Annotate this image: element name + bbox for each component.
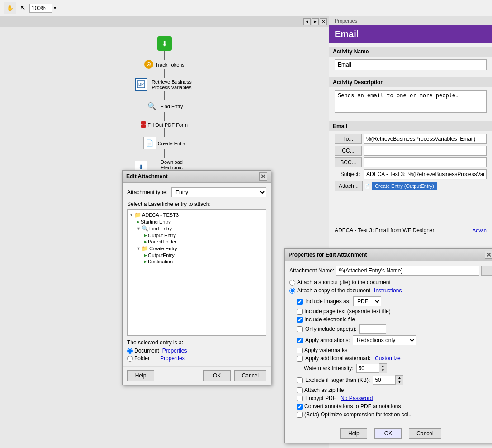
tree-node-output-entry2[interactable]: ▶ OutputEntry (129, 252, 264, 258)
tree-node-destination[interactable]: ▶ Destination (129, 258, 264, 265)
tree-icon-starting: ▶ (137, 219, 140, 224)
folder-radio[interactable] (127, 356, 133, 362)
tree-node-root[interactable]: ▼ 📁 ADECA - TEST3 (129, 211, 264, 219)
wf-node-retrieve-bp[interactable]: BP Retrieve Business Process Variables (135, 78, 194, 91)
wf-node-track-tokens[interactable]: ⦿ Track Tokens (144, 60, 184, 69)
tree-node-output-entry[interactable]: ▶ Output Entry (129, 232, 264, 238)
activity-desc-textarea[interactable] (335, 90, 487, 113)
exclude-larger-input[interactable] (373, 376, 395, 385)
only-pages-input[interactable] (359, 324, 386, 334)
create-entry-label: Create Entry (158, 141, 186, 146)
edit-attachment-footer: Help OK Cancel (123, 366, 271, 385)
bcc-input[interactable] (364, 157, 487, 167)
attach-button[interactable]: Attach... (335, 181, 363, 191)
tab-close[interactable]: ✕ (320, 18, 327, 25)
encrypt-pdf-checkbox[interactable] (297, 396, 303, 401)
attach-value-area: 📄 Create Entry (OutputEntry) (364, 182, 487, 190)
tab-nav-right[interactable]: ► (312, 18, 319, 25)
properties-link-2[interactable]: Properties (160, 355, 185, 362)
convert-annotations-checkbox[interactable] (297, 404, 303, 410)
watermark-intensity-row: Watermark Intensity: ▲ ▼ (304, 363, 492, 373)
properties-link-1[interactable]: Properties (162, 348, 187, 354)
attach-zip-label: Attach as zip file (304, 387, 344, 393)
tree-node-parent-folder[interactable]: ▶ ParentFolder (129, 238, 264, 245)
shortcut-radio[interactable] (289, 280, 295, 286)
exclude-larger-checkbox[interactable] (297, 377, 303, 383)
include-page-text-checkbox[interactable] (297, 309, 303, 315)
edit-attachment-help-button[interactable]: Help (127, 370, 154, 381)
to-button[interactable]: To... (335, 134, 362, 144)
apply-annotations-select[interactable]: Redactions only All annotations None (353, 335, 416, 345)
activity-name-input[interactable] (335, 59, 487, 70)
props-edit-attachment-close-button[interactable]: ✕ (485, 251, 492, 259)
tree-node-create-entry[interactable]: ▼ 📁 Create Entry (129, 245, 264, 252)
email-body-area (335, 193, 487, 220)
instructions-link[interactable]: Instructions (374, 287, 402, 294)
attach-name-input[interactable] (336, 266, 479, 276)
attachment-type-select[interactable]: Entry (171, 187, 266, 197)
find-entry-icon: 🔍 (146, 100, 158, 112)
props-edit-attachment-ok-button[interactable]: OK (374, 428, 402, 439)
watermark-intensity-up[interactable]: ▲ (379, 364, 387, 368)
select-tool-button[interactable]: ↖ (20, 4, 26, 12)
advanced-link[interactable]: Advan (473, 228, 487, 233)
shortcut-radio-label: Attach a shortcut (.lfe) to the document (297, 279, 391, 286)
bcc-row: BCC... (335, 157, 487, 167)
props-edit-attachment-cancel-button[interactable]: Cancel (409, 428, 441, 439)
to-input[interactable] (364, 134, 487, 144)
attach-name-browse-button[interactable]: ... (481, 266, 492, 276)
copy-radio[interactable] (289, 288, 295, 294)
no-password-link[interactable]: No Password (341, 395, 373, 401)
props-edit-attachment-help-button[interactable]: Help (340, 428, 367, 439)
activity-name-section-label: Activity Name (329, 47, 492, 57)
subject-input[interactable] (364, 169, 487, 179)
selected-type-label: The selected entry is a: (127, 339, 183, 346)
watermark-intensity-down[interactable]: ▼ (379, 368, 387, 373)
bcc-button[interactable]: BCC... (335, 157, 362, 167)
zoom-dropdown-icon[interactable]: ▾ (54, 5, 56, 10)
apply-watermarks-checkbox[interactable] (297, 348, 303, 353)
hand-tool-button[interactable]: ✋ (4, 2, 16, 14)
attach-zip-checkbox[interactable] (297, 387, 303, 393)
wf-node-download[interactable]: ⬇ (157, 36, 172, 51)
beta-optimize-checkbox[interactable] (297, 412, 303, 418)
include-electronic-label: Include electronic file (304, 316, 355, 323)
edit-attachment-titlebar: Edit Attachment ✕ (123, 171, 271, 183)
watermark-intensity-spinner: ▲ ▼ (356, 363, 387, 373)
edit-attachment-ok-button[interactable]: OK (203, 370, 231, 381)
wf-node-create-entry[interactable]: 📄 Create Entry (143, 137, 186, 149)
edit-attachment-cancel-button[interactable]: Cancel (234, 370, 266, 381)
attach-name-label: Attachment Name: (289, 267, 334, 274)
apply-additional-watermark-checkbox[interactable] (297, 356, 303, 362)
watermark-intensity-input[interactable] (356, 364, 379, 373)
tree-icon-create: 📁 (142, 245, 148, 252)
tree-node-starting-entry[interactable]: ▶ Starting Entry (129, 219, 264, 225)
zoom-input[interactable] (29, 4, 52, 13)
folder-radio-row: Folder Properties (127, 355, 266, 362)
tree-node-find-entry[interactable]: ▼ 🔍 Find Entry (129, 225, 264, 232)
track-tokens-icon: ⦿ (144, 60, 153, 69)
email-footer-row: ADECA - Test 3: Email from WF Designer A… (329, 224, 492, 237)
document-radio[interactable] (127, 348, 133, 354)
tree-expand-find: ▼ (137, 226, 141, 231)
activity-desc-section-label: Activity Description (329, 77, 492, 87)
include-images-checkbox[interactable] (297, 299, 303, 305)
email-footer-text: ADECA - Test 3: Email from WF Designer (335, 227, 435, 234)
cc-input[interactable] (364, 146, 487, 156)
apply-annotations-checkbox[interactable] (297, 338, 303, 343)
exclude-larger-up[interactable]: ▲ (396, 376, 403, 380)
wf-connector (164, 51, 165, 60)
only-pages-checkbox[interactable] (297, 326, 303, 332)
cc-button[interactable]: CC... (335, 146, 362, 156)
customize-link[interactable]: Customize (375, 355, 401, 362)
tab-nav-left[interactable]: ◄ (303, 18, 311, 25)
include-images-select[interactable]: PDF TIFF JPEG (353, 296, 381, 306)
include-electronic-checkbox[interactable] (297, 317, 303, 323)
wf-node-find-entry[interactable]: 🔍 Find Entry (146, 100, 183, 112)
attach-name-row: Attachment Name: ... (289, 266, 492, 276)
edit-attachment-close-button[interactable]: ✕ (259, 172, 267, 181)
wf-node-fill-pdf[interactable]: PDF Fill Out PDF Form (141, 121, 188, 128)
subject-label: Subject: (335, 171, 362, 177)
exclude-larger-down[interactable]: ▼ (396, 380, 403, 385)
entry-tree[interactable]: ▼ 📁 ADECA - TEST3 ▶ Starting Entry ▼ 🔍 F… (127, 209, 266, 336)
